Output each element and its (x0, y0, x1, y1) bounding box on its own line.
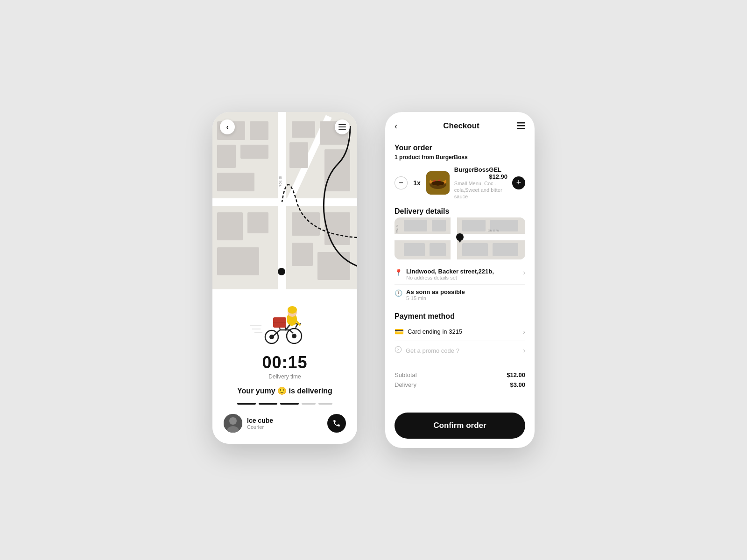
svg-rect-6 (217, 145, 236, 168)
subtotal-row: Subtotal $12.00 (395, 371, 525, 378)
price-summary: Subtotal $12.00 Delivery $3.00 (395, 367, 525, 396)
svg-rect-64 (404, 243, 425, 256)
your-order-section: Your order 1 product from BurgerBoss − 1… (395, 144, 525, 200)
delivery-message: Your yumy 🙂 is delivering (224, 386, 346, 395)
svg-line-43 (286, 325, 289, 330)
map-section: 76tt St 🛵 ‹ (212, 112, 357, 289)
payment-title: Payment method (395, 312, 525, 321)
svg-rect-66 (462, 243, 488, 256)
svg-rect-48 (517, 125, 525, 126)
checkout-back-button[interactable]: ‹ (395, 121, 406, 131)
increase-quantity-button[interactable]: + (512, 176, 525, 189)
svg-rect-61 (432, 220, 446, 231)
card-payment-row[interactable]: 💳 Card ending in 3215 › (395, 322, 525, 341)
decrease-quantity-button[interactable]: − (395, 176, 408, 189)
map-menu-button[interactable] (335, 119, 350, 134)
svg-rect-60 (404, 220, 427, 231)
promo-icon (395, 346, 402, 355)
item-info: BurgerBoss GEL $12.90 Small Menu, Coc - … (454, 166, 507, 200)
quantity-display: 1x (412, 179, 422, 187)
clock-icon: 🕐 (395, 289, 402, 297)
card-icon: 💳 (395, 327, 404, 336)
svg-rect-67 (493, 243, 518, 256)
svg-rect-47 (517, 122, 525, 124)
card-arrow-icon: › (523, 328, 525, 336)
delivery-info-section: 00:15 Delivery time Your yumy 🙂 is deliv… (212, 289, 357, 444)
card-label: Card ending in 3215 (408, 328, 519, 335)
courier-info: Ice cube Courier (224, 414, 346, 433)
map-back-button[interactable]: ‹ (220, 119, 235, 134)
item-name: BurgerBoss (454, 166, 489, 173)
courier-left: Ice cube Courier (224, 414, 273, 433)
svg-point-24 (278, 268, 285, 275)
item-description: Small Menu, Coc - cola,Sweet and bitter … (454, 180, 507, 200)
checkout-body: Your order 1 product from BurgerBoss − 1… (385, 136, 535, 408)
time-main: As sonn as possible (406, 288, 525, 295)
checkout-header: ‹ Checkout (385, 112, 535, 136)
your-order-title: Your order (395, 144, 525, 152)
courier-avatar (224, 414, 242, 433)
address-row[interactable]: 📍 Lindwood, Backer street,221b, No addre… (395, 264, 525, 285)
promo-arrow-icon: › (523, 347, 525, 354)
svg-rect-49 (517, 128, 525, 129)
progress-dot-3 (280, 403, 299, 405)
svg-point-56 (431, 181, 444, 186)
checkout-menu-button[interactable] (517, 121, 525, 131)
subtotal-label: Subtotal (395, 371, 417, 378)
svg-text:Old S Rd: Old S Rd (488, 229, 499, 232)
checkout-phone: ‹ Checkout Your order 1 product from Bur… (385, 112, 535, 448)
svg-rect-17 (217, 247, 259, 275)
svg-rect-62 (462, 220, 486, 231)
delivery-fee-row: Delivery $3.00 (395, 381, 525, 388)
address-content: Lindwood, Backer street,221b, No address… (406, 268, 519, 280)
address-sub: No address details set (406, 275, 519, 280)
payment-method-section: Payment method 💳 Card ending in 3215 › G… (395, 312, 525, 360)
svg-rect-15 (292, 212, 320, 236)
svg-rect-12 (324, 149, 350, 191)
delivery-fee-value: $3.00 (510, 381, 525, 388)
svg-rect-65 (430, 243, 446, 256)
confirm-order-button[interactable]: Confirm order (395, 413, 525, 439)
courier-details: Ice cube Courier (247, 417, 273, 430)
delivery-fee-label: Delivery (395, 381, 416, 388)
call-button[interactable] (327, 414, 346, 433)
delivery-time: 00:15 (224, 353, 346, 372)
svg-rect-16 (324, 212, 350, 245)
confirm-btn-container: Confirm order (385, 408, 535, 448)
subtotal-value: $12.00 (507, 371, 525, 378)
svg-rect-27 (338, 129, 346, 130)
courier-name: Ice cube (247, 417, 273, 424)
svg-rect-14 (247, 212, 268, 233)
progress-dot-4 (302, 403, 316, 405)
svg-rect-26 (338, 126, 346, 127)
svg-rect-11 (289, 142, 308, 168)
svg-rect-59 (451, 217, 457, 259)
courier-role: Courier (247, 424, 273, 430)
svg-rect-7 (240, 145, 268, 159)
svg-text:76tt St: 76tt St (278, 175, 282, 187)
delivery-mini-map: 76tt St Old S Rd (395, 217, 525, 259)
item-price: GEL $12.90 (489, 166, 507, 180)
location-icon: 📍 (395, 269, 402, 276)
delivery-label: Delivery time (224, 373, 346, 380)
svg-rect-8 (217, 173, 254, 191)
address-main: Lindwood, Backer street,221b, (406, 268, 519, 275)
progress-dot-5 (318, 403, 332, 405)
order-subtitle: 1 product from BurgerBoss (395, 154, 525, 161)
svg-point-41 (288, 306, 297, 314)
promo-code-row[interactable]: Get a promo code ? › (395, 341, 525, 360)
svg-rect-5 (250, 121, 268, 140)
svg-rect-13 (217, 212, 243, 240)
time-row[interactable]: 🕐 As sonn as possible 5-15 min (395, 285, 525, 305)
delivery-tracking-phone: 76tt St 🛵 ‹ (212, 112, 357, 444)
svg-rect-18 (292, 243, 313, 266)
svg-text:76tt St: 76tt St (396, 225, 399, 233)
svg-rect-2 (212, 198, 357, 206)
time-sub: 5-15 min (406, 295, 525, 301)
item-image (426, 171, 450, 195)
svg-point-45 (229, 417, 237, 425)
svg-point-32 (292, 334, 296, 338)
progress-dots (224, 403, 346, 405)
svg-rect-25 (338, 124, 346, 125)
svg-rect-9 (292, 121, 315, 138)
